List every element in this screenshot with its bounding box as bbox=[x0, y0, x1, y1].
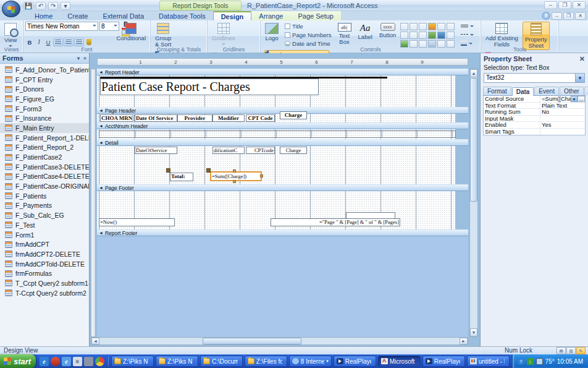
form-list-item[interactable]: F_Payments bbox=[0, 201, 89, 211]
minimize-button[interactable]: – bbox=[544, 1, 557, 9]
undo-icon[interactable]: ↶ bbox=[36, 2, 46, 10]
vertical-ruler[interactable] bbox=[91, 69, 96, 337]
taskbar-window-button[interactable]: C:\Docume... bbox=[200, 356, 243, 367]
redo-icon[interactable]: ↷ bbox=[48, 2, 58, 10]
tab-home[interactable]: Home bbox=[27, 11, 60, 20]
taskbar-window-button[interactable]: Z:\Piks N Fiks bbox=[111, 356, 154, 367]
total-label[interactable]: Total: bbox=[170, 173, 193, 181]
line-type-button[interactable] bbox=[459, 30, 476, 39]
control-icon[interactable] bbox=[428, 23, 436, 30]
control-icon[interactable] bbox=[410, 23, 418, 30]
section-bar-detail[interactable]: ◄Detail bbox=[97, 139, 468, 146]
form-list-item[interactable]: F_PatientCase-ORIGINAL bbox=[0, 181, 89, 191]
column-header-label[interactable]: Modifier bbox=[212, 114, 245, 122]
column-header-label[interactable]: Date Of Service bbox=[135, 114, 177, 122]
move-handle[interactable] bbox=[166, 168, 170, 173]
scroll-up-icon[interactable]: ▲ bbox=[470, 69, 477, 77]
detail-field[interactable]: Charge bbox=[280, 147, 307, 154]
form-list-item[interactable]: frmFormulas bbox=[0, 268, 89, 278]
form-list-item[interactable]: frmAddCPT2-DELETE bbox=[0, 249, 89, 259]
control-icon[interactable] bbox=[447, 32, 455, 39]
ps-tab-all[interactable]: All bbox=[584, 87, 588, 95]
page-header-section[interactable]: CHOA MRN Date Of Service Provider Modifi… bbox=[97, 114, 455, 122]
form-list-item[interactable]: Form1 bbox=[0, 230, 89, 240]
form-list-item[interactable]: F_Test bbox=[0, 220, 89, 230]
report-footer-section[interactable] bbox=[97, 236, 468, 337]
taskbar-window-button[interactable]: 8 Interne... ▾ bbox=[289, 356, 332, 367]
section-bar-report-header[interactable]: ◄Report Header bbox=[97, 69, 468, 75]
control-icon[interactable] bbox=[447, 23, 455, 30]
line-thickness-button[interactable] bbox=[459, 22, 476, 30]
chrome-quicklaunch-icon[interactable] bbox=[95, 357, 104, 366]
document-quicklaunch-icon[interactable]: ≡ bbox=[73, 357, 82, 366]
display-tray-icon[interactable] bbox=[536, 358, 543, 365]
property-row[interactable]: Smart Tags bbox=[484, 129, 585, 135]
taskbar-window-button[interactable]: RealPlayer ... bbox=[422, 356, 465, 367]
office-button[interactable] bbox=[2, 1, 20, 17]
property-row[interactable]: Control Source =Sum([Charg ▼ ... bbox=[484, 96, 585, 103]
object-selector-combo[interactable]: Text32 ▼ bbox=[484, 73, 585, 83]
save-icon[interactable]: 💾 bbox=[23, 2, 33, 10]
control-icon[interactable] bbox=[410, 32, 418, 39]
canvas-vertical-scrollbar[interactable]: ▲ ▼ bbox=[469, 69, 478, 337]
form-list-item[interactable]: F_Patients bbox=[0, 191, 89, 201]
taskbar-window-button[interactable]: Z:\Files for... bbox=[245, 356, 287, 367]
title-button[interactable]: Title bbox=[283, 22, 333, 30]
form-list-item[interactable]: F_Main Entry bbox=[0, 123, 89, 133]
control-icon[interactable] bbox=[419, 23, 427, 30]
bold-button[interactable]: B bbox=[25, 38, 34, 46]
tab-external-data[interactable]: External Data bbox=[95, 11, 151, 20]
page-footer-section[interactable]: =Now() ="Page " & [Page] & " of " & [Pag… bbox=[97, 191, 455, 229]
nav-pane-header[interactable]: Forms ▾ « bbox=[0, 53, 89, 64]
help-icon[interactable]: ? bbox=[542, 12, 550, 20]
resize-handle[interactable] bbox=[233, 169, 236, 173]
form-list-item[interactable]: F_Donors bbox=[0, 84, 89, 94]
format-painter-icon[interactable] bbox=[85, 38, 93, 46]
form-list-item[interactable]: F_Patient_Report_1-DELETE bbox=[0, 133, 89, 143]
form-list-item[interactable]: F_CPT Entry bbox=[0, 75, 89, 85]
browser-quicklaunch-icon[interactable]: e bbox=[62, 357, 71, 366]
control-icon[interactable] bbox=[437, 23, 445, 30]
doc-minimize-button[interactable]: – bbox=[552, 12, 562, 20]
ps-tab-format[interactable]: Format bbox=[483, 87, 511, 95]
underline-button[interactable]: U bbox=[44, 38, 52, 46]
tab-database-tools[interactable]: Database Tools bbox=[151, 11, 213, 20]
form-list-item[interactable]: F_Figure_EG bbox=[0, 94, 89, 104]
media-quicklaunch-icon[interactable] bbox=[51, 357, 60, 366]
detail-field[interactable]: CPTcode bbox=[246, 147, 275, 154]
scroll-down-icon[interactable]: ▼ bbox=[470, 328, 477, 336]
scroll-right-icon[interactable]: ► bbox=[460, 338, 468, 344]
form-list-item[interactable]: T-Ccpt Query2 subform2 bbox=[0, 288, 89, 298]
form-list-item[interactable]: F_Form3 bbox=[0, 104, 89, 114]
column-header-label[interactable]: Charge bbox=[280, 111, 307, 119]
horizontal-ruler[interactable]: 1 2 3 4 5 6 7 8 9 bbox=[97, 58, 468, 66]
nav-dropdown-icon[interactable]: ▾ bbox=[77, 56, 80, 61]
tab-create[interactable]: Create bbox=[60, 11, 95, 20]
form-list-item[interactable]: F_Sub_Calc_EG bbox=[0, 210, 89, 220]
taskbar-window-button[interactable]: RealPlayer... bbox=[334, 356, 376, 367]
form-list-item[interactable]: F_Insurance bbox=[0, 113, 89, 123]
acctnnum-header-section[interactable] bbox=[97, 129, 455, 139]
taskbar-window-button[interactable]: Microsoft A... bbox=[378, 356, 421, 367]
vertical-scroll-thumb[interactable] bbox=[470, 78, 477, 202]
ps-tab-event[interactable]: Event bbox=[534, 87, 559, 95]
taskbar-window-button[interactable]: untitled - P... bbox=[467, 356, 510, 367]
doc-close-button[interactable]: ✕ bbox=[575, 12, 586, 20]
start-button[interactable]: start bbox=[0, 354, 36, 368]
section-bar-acctnnum-header[interactable]: ◄AcctNnum Header bbox=[97, 122, 468, 129]
shutter-close-icon[interactable]: « bbox=[83, 55, 86, 61]
qat-customize-icon[interactable]: ▾ bbox=[61, 2, 70, 10]
canvas-horizontal-scrollbar[interactable]: ◄ ► bbox=[91, 337, 468, 345]
close-button[interactable]: ✕ bbox=[573, 1, 586, 9]
property-row[interactable]: Text Format Plain Text bbox=[484, 103, 585, 109]
control-icon[interactable] bbox=[419, 32, 427, 39]
notes-quicklaunch-icon[interactable] bbox=[84, 357, 93, 366]
font-name-combo[interactable]: Times New Roman bbox=[25, 22, 98, 31]
form-list-item[interactable]: F_Patient_Report_2 bbox=[0, 143, 89, 153]
column-header-label[interactable]: CPT Code bbox=[246, 114, 275, 122]
form-list-item[interactable]: T_Ccpt Query2 subform1-DEL... bbox=[0, 278, 89, 288]
download-tray-icon[interactable]: ↓ bbox=[527, 358, 534, 365]
column-header-label[interactable]: CHOA MRN bbox=[100, 114, 133, 122]
value-dropdown-icon[interactable]: ▼ bbox=[571, 96, 578, 102]
italic-button[interactable]: I bbox=[35, 38, 43, 46]
